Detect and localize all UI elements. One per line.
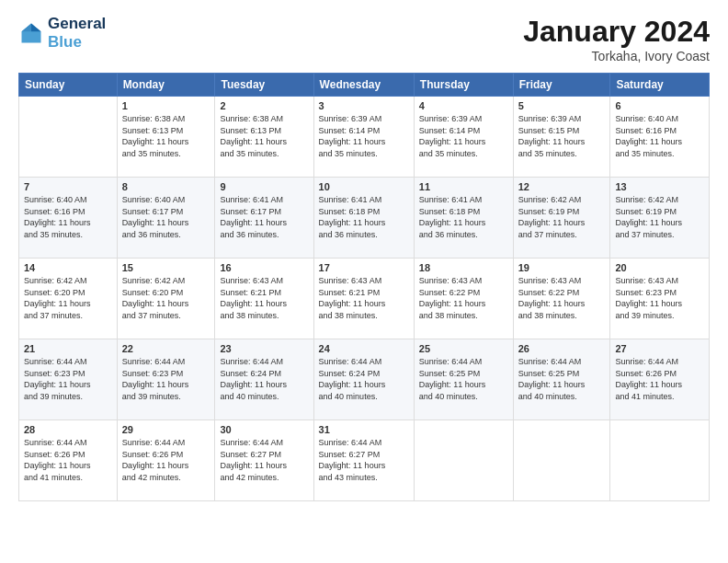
day-number: 22 bbox=[122, 343, 210, 354]
cell-content: Sunrise: 6:43 AMSunset: 6:21 PMDaylight:… bbox=[319, 275, 409, 321]
cell-content: Sunrise: 6:41 AMSunset: 6:17 PMDaylight:… bbox=[220, 194, 308, 240]
calendar-cell: 7Sunrise: 6:40 AMSunset: 6:16 PMDaylight… bbox=[19, 178, 118, 259]
calendar-cell: 1Sunrise: 6:38 AMSunset: 6:13 PMDaylight… bbox=[117, 97, 215, 178]
day-number: 25 bbox=[419, 343, 508, 354]
weekday-header: Sunday bbox=[19, 74, 118, 97]
calendar-cell bbox=[414, 420, 513, 501]
day-number: 12 bbox=[518, 181, 606, 192]
day-number: 23 bbox=[220, 343, 308, 354]
calendar-cell bbox=[19, 97, 118, 178]
calendar-week-row: 1Sunrise: 6:38 AMSunset: 6:13 PMDaylight… bbox=[19, 97, 710, 178]
cell-content: Sunrise: 6:40 AMSunset: 6:16 PMDaylight:… bbox=[24, 194, 112, 240]
day-number: 27 bbox=[615, 343, 704, 354]
weekday-header: Saturday bbox=[610, 74, 710, 97]
calendar-week-row: 21Sunrise: 6:44 AMSunset: 6:23 PMDayligh… bbox=[19, 339, 710, 420]
day-number: 16 bbox=[220, 262, 308, 273]
calendar-header-row: SundayMondayTuesdayWednesdayThursdayFrid… bbox=[19, 74, 710, 97]
calendar-cell: 3Sunrise: 6:39 AMSunset: 6:14 PMDaylight… bbox=[313, 97, 414, 178]
calendar-cell: 31Sunrise: 6:44 AMSunset: 6:27 PMDayligh… bbox=[313, 420, 414, 501]
weekday-header: Friday bbox=[513, 74, 610, 97]
title-block: January 2024 Torkaha, Ivory Coast bbox=[523, 15, 710, 63]
calendar-cell: 12Sunrise: 6:42 AMSunset: 6:19 PMDayligh… bbox=[513, 178, 610, 259]
weekday-header: Monday bbox=[117, 74, 215, 97]
cell-content: Sunrise: 6:43 AMSunset: 6:22 PMDaylight:… bbox=[518, 275, 606, 321]
calendar-cell: 10Sunrise: 6:41 AMSunset: 6:18 PMDayligh… bbox=[313, 178, 414, 259]
day-number: 21 bbox=[24, 343, 112, 354]
calendar-cell: 8Sunrise: 6:40 AMSunset: 6:17 PMDaylight… bbox=[117, 178, 215, 259]
day-number: 3 bbox=[319, 100, 409, 111]
day-number: 29 bbox=[122, 424, 210, 435]
calendar-cell bbox=[610, 420, 710, 501]
cell-content: Sunrise: 6:44 AMSunset: 6:27 PMDaylight:… bbox=[319, 437, 409, 483]
calendar-week-row: 14Sunrise: 6:42 AMSunset: 6:20 PMDayligh… bbox=[19, 259, 710, 339]
calendar-cell: 21Sunrise: 6:44 AMSunset: 6:23 PMDayligh… bbox=[19, 339, 118, 420]
calendar-cell: 14Sunrise: 6:42 AMSunset: 6:20 PMDayligh… bbox=[19, 259, 118, 339]
weekday-header: Wednesday bbox=[313, 74, 414, 97]
cell-content: Sunrise: 6:42 AMSunset: 6:20 PMDaylight:… bbox=[122, 275, 210, 321]
calendar-cell: 22Sunrise: 6:44 AMSunset: 6:23 PMDayligh… bbox=[117, 339, 215, 420]
day-number: 13 bbox=[615, 181, 704, 192]
page: General Blue January 2024 Torkaha, Ivory… bbox=[0, 0, 728, 511]
day-number: 6 bbox=[615, 100, 704, 111]
day-number: 4 bbox=[419, 100, 508, 111]
logo-icon bbox=[18, 20, 44, 46]
cell-content: Sunrise: 6:44 AMSunset: 6:26 PMDaylight:… bbox=[615, 356, 704, 402]
svg-marker-2 bbox=[22, 23, 32, 31]
calendar-cell: 11Sunrise: 6:41 AMSunset: 6:18 PMDayligh… bbox=[414, 178, 513, 259]
calendar-cell: 29Sunrise: 6:44 AMSunset: 6:26 PMDayligh… bbox=[117, 420, 215, 501]
logo: General Blue bbox=[18, 15, 106, 51]
day-number: 10 bbox=[319, 181, 409, 192]
calendar-cell: 5Sunrise: 6:39 AMSunset: 6:15 PMDaylight… bbox=[513, 97, 610, 178]
day-number: 31 bbox=[319, 424, 409, 435]
logo-text: General Blue bbox=[48, 15, 106, 51]
day-number: 7 bbox=[24, 181, 112, 192]
cell-content: Sunrise: 6:39 AMSunset: 6:14 PMDaylight:… bbox=[319, 113, 409, 159]
cell-content: Sunrise: 6:42 AMSunset: 6:20 PMDaylight:… bbox=[24, 275, 112, 321]
day-number: 9 bbox=[220, 181, 308, 192]
calendar-cell: 25Sunrise: 6:44 AMSunset: 6:25 PMDayligh… bbox=[414, 339, 513, 420]
cell-content: Sunrise: 6:38 AMSunset: 6:13 PMDaylight:… bbox=[220, 113, 308, 159]
calendar-cell: 26Sunrise: 6:44 AMSunset: 6:25 PMDayligh… bbox=[513, 339, 610, 420]
day-number: 20 bbox=[615, 262, 704, 273]
cell-content: Sunrise: 6:44 AMSunset: 6:26 PMDaylight:… bbox=[122, 437, 210, 483]
day-number: 1 bbox=[122, 100, 210, 111]
day-number: 8 bbox=[122, 181, 210, 192]
cell-content: Sunrise: 6:40 AMSunset: 6:17 PMDaylight:… bbox=[122, 194, 210, 240]
day-number: 24 bbox=[319, 343, 409, 354]
weekday-header: Tuesday bbox=[215, 74, 313, 97]
cell-content: Sunrise: 6:41 AMSunset: 6:18 PMDaylight:… bbox=[419, 194, 508, 240]
day-number: 15 bbox=[122, 262, 210, 273]
cell-content: Sunrise: 6:42 AMSunset: 6:19 PMDaylight:… bbox=[615, 194, 704, 240]
cell-content: Sunrise: 6:42 AMSunset: 6:19 PMDaylight:… bbox=[518, 194, 606, 240]
cell-content: Sunrise: 6:39 AMSunset: 6:14 PMDaylight:… bbox=[419, 113, 508, 159]
day-number: 18 bbox=[419, 262, 508, 273]
calendar-cell: 2Sunrise: 6:38 AMSunset: 6:13 PMDaylight… bbox=[215, 97, 313, 178]
cell-content: Sunrise: 6:44 AMSunset: 6:27 PMDaylight:… bbox=[220, 437, 308, 483]
day-number: 11 bbox=[419, 181, 508, 192]
cell-content: Sunrise: 6:39 AMSunset: 6:15 PMDaylight:… bbox=[518, 113, 606, 159]
header: General Blue January 2024 Torkaha, Ivory… bbox=[18, 15, 710, 63]
cell-content: Sunrise: 6:43 AMSunset: 6:21 PMDaylight:… bbox=[220, 275, 308, 321]
cell-content: Sunrise: 6:38 AMSunset: 6:13 PMDaylight:… bbox=[122, 113, 210, 159]
calendar-cell: 28Sunrise: 6:44 AMSunset: 6:26 PMDayligh… bbox=[19, 420, 118, 501]
cell-content: Sunrise: 6:44 AMSunset: 6:23 PMDaylight:… bbox=[24, 356, 112, 402]
calendar-cell: 24Sunrise: 6:44 AMSunset: 6:24 PMDayligh… bbox=[313, 339, 414, 420]
calendar-cell bbox=[513, 420, 610, 501]
calendar-cell: 27Sunrise: 6:44 AMSunset: 6:26 PMDayligh… bbox=[610, 339, 710, 420]
cell-content: Sunrise: 6:44 AMSunset: 6:25 PMDaylight:… bbox=[518, 356, 606, 402]
calendar-week-row: 28Sunrise: 6:44 AMSunset: 6:26 PMDayligh… bbox=[19, 420, 710, 501]
calendar-week-row: 7Sunrise: 6:40 AMSunset: 6:16 PMDaylight… bbox=[19, 178, 710, 259]
day-number: 28 bbox=[24, 424, 112, 435]
cell-content: Sunrise: 6:43 AMSunset: 6:23 PMDaylight:… bbox=[615, 275, 704, 321]
calendar-cell: 13Sunrise: 6:42 AMSunset: 6:19 PMDayligh… bbox=[610, 178, 710, 259]
calendar-cell: 9Sunrise: 6:41 AMSunset: 6:17 PMDaylight… bbox=[215, 178, 313, 259]
location-subtitle: Torkaha, Ivory Coast bbox=[523, 49, 710, 63]
calendar-cell: 4Sunrise: 6:39 AMSunset: 6:14 PMDaylight… bbox=[414, 97, 513, 178]
day-number: 19 bbox=[518, 262, 606, 273]
cell-content: Sunrise: 6:43 AMSunset: 6:22 PMDaylight:… bbox=[419, 275, 508, 321]
calendar-cell: 19Sunrise: 6:43 AMSunset: 6:22 PMDayligh… bbox=[513, 259, 610, 339]
calendar-cell: 16Sunrise: 6:43 AMSunset: 6:21 PMDayligh… bbox=[215, 259, 313, 339]
calendar-cell: 18Sunrise: 6:43 AMSunset: 6:22 PMDayligh… bbox=[414, 259, 513, 339]
calendar-cell: 20Sunrise: 6:43 AMSunset: 6:23 PMDayligh… bbox=[610, 259, 710, 339]
cell-content: Sunrise: 6:41 AMSunset: 6:18 PMDaylight:… bbox=[319, 194, 409, 240]
